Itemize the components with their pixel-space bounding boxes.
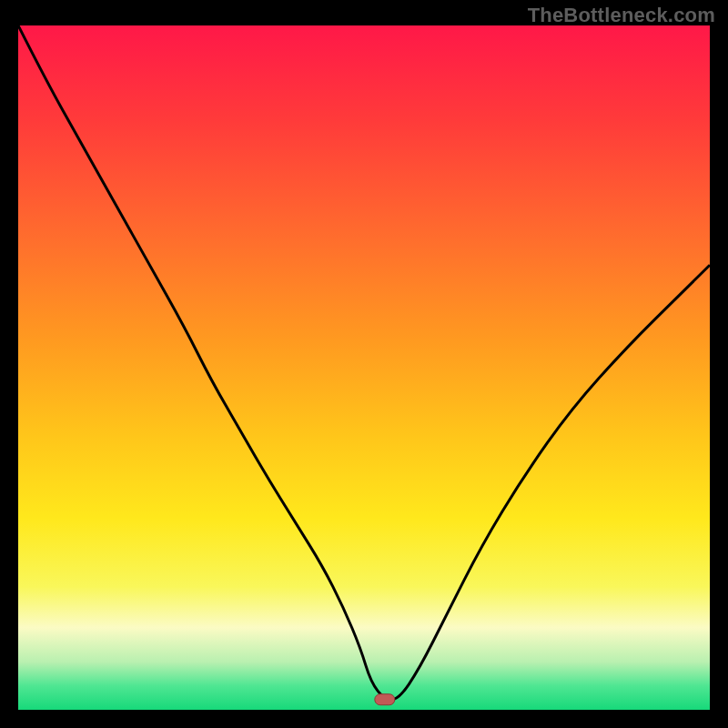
chart-frame: TheBottleneck.com xyxy=(0,0,728,728)
chart-plot-area xyxy=(18,25,710,710)
chart-svg xyxy=(18,25,710,710)
watermark-text: TheBottleneck.com xyxy=(528,4,715,27)
gradient-background xyxy=(18,25,710,710)
optimal-point-marker xyxy=(375,694,395,705)
